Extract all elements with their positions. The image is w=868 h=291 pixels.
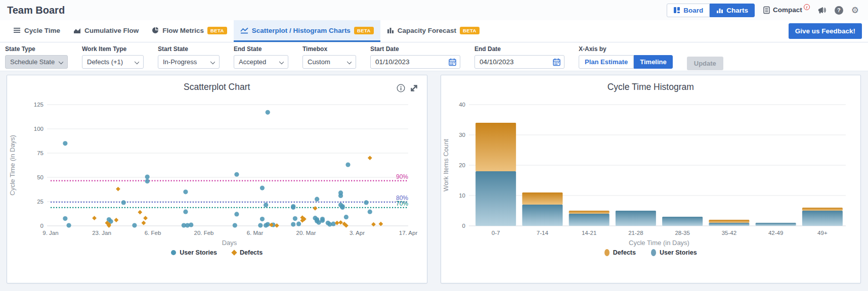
compact-toggle[interactable]: Compact i [763,6,810,14]
settings-button[interactable]: ⚙ [851,6,859,15]
scatter-point[interactable] [121,200,125,205]
svg-text:23. Jan: 23. Jan [92,230,111,236]
expand-icon[interactable] [409,83,419,93]
defect-point[interactable] [116,187,120,191]
compact-info-badge[interactable]: i [804,4,810,10]
scatter-point[interactable] [183,189,188,194]
bar-defects[interactable] [475,123,516,171]
scatterplot-legend: User StoriesDefects [7,249,427,256]
scatter-grid: 02550751001259. Jan23. Jan6. Feb20. Feb6… [34,102,418,236]
feedback-button[interactable]: Give us Feedback! [789,23,862,39]
timebox-value: Custom [308,58,330,66]
defect-point[interactable] [141,221,146,225]
header-controls: Board Charts Compact i [667,4,859,17]
scatter-point[interactable] [265,222,270,227]
scatter-point[interactable] [345,162,350,167]
legend-item-user-stories[interactable]: User Stories [171,249,217,256]
scatter-point[interactable] [265,110,270,115]
scatter-point[interactable] [258,223,263,227]
bar-user-stories[interactable] [802,211,843,226]
end-date-input[interactable] [475,56,546,68]
scatter-point[interactable] [315,197,319,202]
legend-item-user-stories[interactable]: User Stories [651,249,697,256]
defect-point[interactable] [368,156,372,160]
svg-text:70%: 70% [396,200,408,207]
scatter-point[interactable] [364,200,368,205]
bar-defects[interactable] [802,208,843,211]
bar-defects[interactable] [523,192,563,205]
board-view-button[interactable]: Board [667,4,710,17]
calendar-icon[interactable] [449,58,456,66]
scatter-point[interactable] [340,205,344,210]
defect-point[interactable] [138,210,142,215]
timeline-button[interactable]: Timeline [634,55,673,69]
scatter-point[interactable] [63,141,67,146]
info-icon[interactable] [397,84,405,92]
defect-point[interactable] [92,216,97,220]
scatter-point[interactable] [63,216,67,221]
bar-user-stories[interactable] [616,211,656,226]
scatter-point[interactable] [338,193,343,198]
tab-cumulative-flow[interactable]: Cumulative Flow [67,20,145,42]
bar-user-stories[interactable] [756,223,796,226]
tab-flow-metrics[interactable]: Flow Metrics BETA [145,20,234,42]
bar-user-stories[interactable] [709,223,750,226]
help-button[interactable]: ? [835,6,843,15]
scatter-point[interactable] [145,174,149,179]
update-button[interactable]: Update [687,57,723,70]
start-date-input[interactable] [371,56,442,68]
legend-label: User Stories [180,249,217,256]
scatter-point[interactable] [189,222,193,227]
percentile-lines: 90%80%70% [51,173,408,208]
tab-cycle-time[interactable]: Cycle Time [7,20,67,42]
defect-point[interactable] [313,206,317,211]
defect-point[interactable] [114,218,118,222]
scatter-point[interactable] [331,222,335,226]
defect-point[interactable] [143,216,148,220]
charts-view-button[interactable]: Charts [710,4,755,17]
tab-capacity-forecast[interactable]: Capacity Forecast BETA [380,20,486,42]
ellipse-marker-icon [651,249,656,256]
plan-estimate-button[interactable]: Plan Estimate [579,55,634,69]
tab-scatterplot-histogram[interactable]: Scatterplot / Histogram Charts BETA [234,20,380,42]
legend-item-defects[interactable]: Defects [232,249,263,256]
work-item-type-select[interactable]: Defects (+1) [82,55,144,69]
scatter-point[interactable] [260,217,265,221]
scatter-point[interactable] [234,212,239,216]
scatter-point[interactable] [234,172,239,177]
calendar-icon[interactable] [553,58,560,66]
scatter-point[interactable] [291,205,295,210]
filter-start-state: Start State In-Progress [158,45,220,69]
start-state-select[interactable]: In-Progress [158,55,220,69]
svg-text:0: 0 [462,223,465,229]
bar-user-stories[interactable] [569,214,610,226]
scatter-point[interactable] [183,210,188,214]
svg-text:40: 40 [459,102,465,108]
announcements-button[interactable] [818,7,827,14]
scatter-point[interactable] [320,218,325,223]
bar-user-stories[interactable] [662,217,703,226]
scatter-point[interactable] [232,223,237,227]
bar-defects[interactable] [709,220,750,223]
scatter-point[interactable] [264,203,268,207]
end-state-select[interactable]: Accepted [234,55,288,69]
bar-defects[interactable] [569,211,610,214]
state-type-select[interactable]: Schedule State [5,55,68,69]
bar-user-stories[interactable] [475,171,516,226]
scatter-point[interactable] [291,222,295,227]
scatter-point[interactable] [132,223,137,227]
defect-point[interactable] [378,222,383,226]
scatter-point[interactable] [66,223,71,227]
legend-item-defects[interactable]: Defects [604,249,636,256]
scatter-point[interactable] [296,222,301,226]
bar-user-stories[interactable] [523,205,563,226]
scatter-point[interactable] [367,210,372,214]
scatter-point[interactable] [344,215,349,219]
histogram-grid: 010203040 [459,102,846,229]
scatter-point[interactable] [260,186,265,190]
svg-text:6. Mar: 6. Mar [246,230,263,236]
scatter-point[interactable] [293,216,297,221]
timebox-select[interactable]: Custom [302,55,356,69]
scatter-point[interactable] [145,179,149,183]
filter-end-date: End Date [474,45,565,69]
